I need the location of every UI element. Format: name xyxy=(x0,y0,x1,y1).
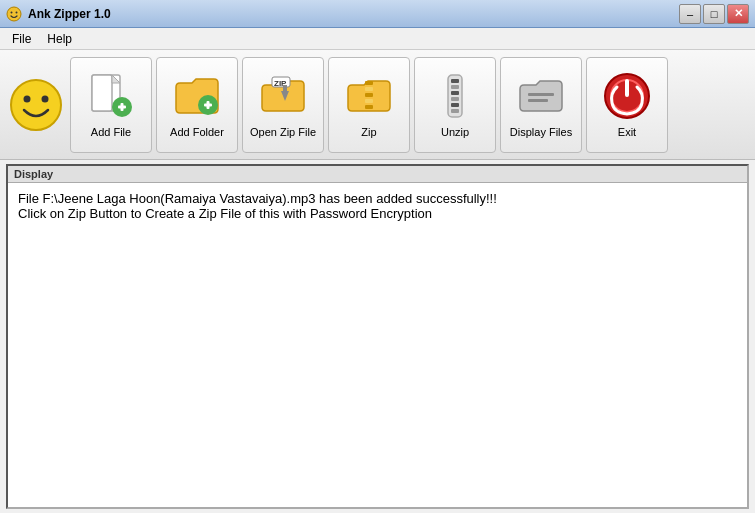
toolbar: Add File Add Folder ZIP xyxy=(0,50,755,160)
window-title: Ank Zipper 1.0 xyxy=(28,7,111,21)
window-controls[interactable]: – □ ✕ xyxy=(679,4,749,24)
svg-rect-26 xyxy=(451,85,459,89)
close-button[interactable]: ✕ xyxy=(727,4,749,24)
svg-rect-22 xyxy=(365,99,373,103)
zip-icon xyxy=(343,70,395,122)
svg-rect-27 xyxy=(451,91,459,95)
svg-rect-21 xyxy=(365,93,373,97)
display-panel: Display File F:\Jeene Laga Hoon(Ramaiya … xyxy=(6,164,749,509)
menu-file[interactable]: File xyxy=(4,30,39,48)
minimize-button[interactable]: – xyxy=(679,4,701,24)
status-line-2: Click on Zip Button to Create a Zip File… xyxy=(18,206,737,221)
maximize-button[interactable]: □ xyxy=(703,4,725,24)
open-zip-icon: ZIP xyxy=(257,70,309,122)
zip-button[interactable]: Zip xyxy=(328,57,410,153)
exit-label: Exit xyxy=(618,126,636,139)
app-logo xyxy=(6,57,66,153)
add-file-icon xyxy=(85,70,137,122)
svg-point-0 xyxy=(7,7,21,21)
svg-point-2 xyxy=(16,11,18,13)
svg-rect-18 xyxy=(283,85,287,93)
add-folder-icon xyxy=(171,70,223,122)
app-icon xyxy=(6,6,22,22)
status-line-1: File F:\Jeene Laga Hoon(Ramaiya Vastavai… xyxy=(18,191,737,206)
svg-rect-23 xyxy=(365,105,373,109)
display-files-label: Display Files xyxy=(510,126,572,139)
svg-rect-29 xyxy=(451,103,459,107)
svg-rect-11 xyxy=(121,103,124,111)
svg-rect-30 xyxy=(451,109,459,113)
zip-label: Zip xyxy=(361,126,376,139)
display-content-area: File F:\Jeene Laga Hoon(Ramaiya Vastavai… xyxy=(8,183,747,507)
svg-point-4 xyxy=(24,95,31,102)
add-file-button[interactable]: Add File xyxy=(70,57,152,153)
menu-help[interactable]: Help xyxy=(39,30,80,48)
display-panel-label: Display xyxy=(8,166,747,183)
svg-rect-19 xyxy=(365,81,373,85)
smiley-icon xyxy=(9,78,63,132)
unzip-icon xyxy=(429,70,481,122)
unzip-label: Unzip xyxy=(441,126,469,139)
unzip-button[interactable]: Unzip xyxy=(414,57,496,153)
svg-rect-20 xyxy=(365,87,373,91)
open-zip-label: Open Zip File xyxy=(250,126,316,139)
display-files-icon xyxy=(515,70,567,122)
svg-rect-32 xyxy=(528,99,548,102)
add-file-label: Add File xyxy=(91,126,131,139)
svg-point-1 xyxy=(11,11,13,13)
title-bar: Ank Zipper 1.0 – □ ✕ xyxy=(0,0,755,28)
menu-bar: File Help xyxy=(0,28,755,50)
add-folder-button[interactable]: Add Folder xyxy=(156,57,238,153)
svg-rect-31 xyxy=(528,93,554,96)
exit-icon xyxy=(601,70,653,122)
svg-point-3 xyxy=(11,80,61,130)
main-content: Display File F:\Jeene Laga Hoon(Ramaiya … xyxy=(0,160,755,513)
svg-rect-28 xyxy=(451,97,459,101)
add-folder-label: Add Folder xyxy=(170,126,224,139)
svg-rect-7 xyxy=(92,75,112,111)
display-files-button[interactable]: Display Files xyxy=(500,57,582,153)
svg-rect-25 xyxy=(451,79,459,83)
svg-rect-14 xyxy=(207,101,210,109)
svg-point-5 xyxy=(42,95,49,102)
exit-button[interactable]: Exit xyxy=(586,57,668,153)
open-zip-button[interactable]: ZIP Open Zip File xyxy=(242,57,324,153)
